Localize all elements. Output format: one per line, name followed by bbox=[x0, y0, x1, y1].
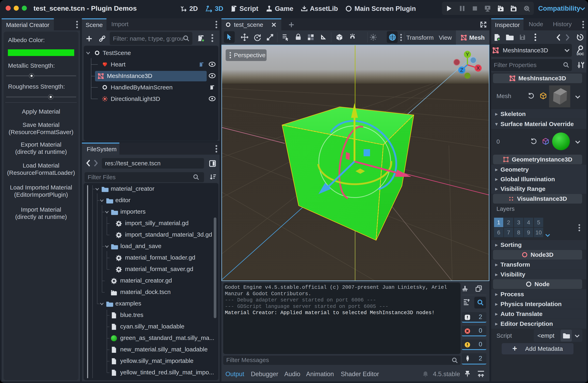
svg-text:DOC: DOC bbox=[577, 52, 584, 56]
svg-text:Z: Z bbox=[460, 67, 463, 73]
svg-text:X: X bbox=[477, 65, 480, 71]
svg-text:Y: Y bbox=[466, 52, 469, 57]
